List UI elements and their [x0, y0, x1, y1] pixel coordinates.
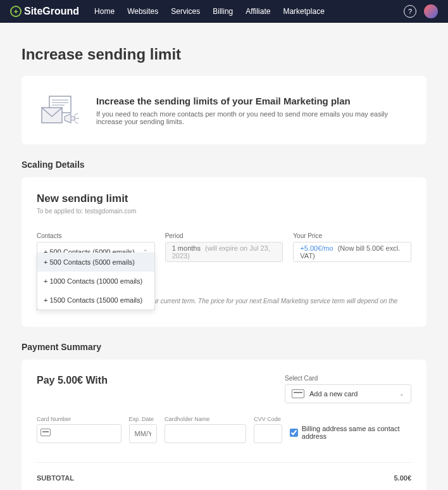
chevron-down-icon: ⌄	[399, 391, 404, 397]
svg-line-5	[75, 113, 78, 115]
cvv-input[interactable]	[254, 424, 282, 443]
brand-name: SiteGround	[24, 6, 79, 17]
subtotal-value: 5.00€	[394, 474, 411, 482]
cardholder-input[interactable]	[165, 424, 246, 443]
scaling-card: New sending limit To be applied to: test…	[22, 177, 426, 327]
price-field: +5.00€/mo (Now bill 5.00€ excl. VAT)	[293, 242, 411, 262]
select-card-value: Add a new card	[309, 390, 394, 398]
intro-heading: Increase the sending limits of your Emai…	[96, 96, 411, 106]
billing-same-checkbox[interactable]	[290, 429, 298, 437]
exp-date-label: Exp. Date	[129, 416, 158, 422]
applied-prefix: To be applied to:	[37, 208, 85, 215]
help-icon[interactable]: ?	[404, 5, 416, 18]
contacts-option-1[interactable]: + 1000 Contacts (10000 emails)	[37, 272, 154, 291]
card-number-label: Card Number	[37, 416, 121, 422]
period-value: 1 months	[172, 244, 201, 252]
nav-services[interactable]: Services	[171, 7, 200, 16]
logo-icon: ✦	[10, 6, 22, 17]
intro-card: Increase the sending limits of your Emai…	[22, 76, 426, 144]
period-field: 1 months (will expire on Jul 23, 2023)	[165, 242, 283, 262]
subtotal-label: SUBTOTAL	[37, 474, 74, 482]
payment-section-title: Payment Summary	[22, 342, 426, 352]
page-title: Increase sending limit	[22, 46, 426, 63]
billing-same-label: Billing address same as contact address	[302, 425, 411, 440]
contacts-option-0[interactable]: + 500 Contacts (5000 emails)	[37, 253, 154, 272]
nav-marketplace[interactable]: Marketplace	[283, 7, 324, 16]
nav-affiliate[interactable]: Affiliate	[246, 7, 270, 16]
contacts-option-2[interactable]: + 1500 Contacts (15000 emails)	[37, 291, 154, 310]
scaling-section-title: Scaling Details	[22, 160, 426, 170]
svg-line-7	[75, 122, 78, 123]
card-icon	[292, 389, 304, 398]
cvv-label: CVV Code	[254, 416, 282, 422]
select-card-label: Select Card	[285, 375, 411, 382]
exp-date-input[interactable]	[129, 424, 158, 443]
period-label: Period	[165, 232, 283, 239]
nav-websites[interactable]: Websites	[127, 7, 158, 16]
select-card-dropdown[interactable]: Add a new card ⌄	[285, 384, 411, 403]
applied-domain: testsgdomain.com	[85, 208, 136, 215]
nav-billing[interactable]: Billing	[213, 7, 233, 16]
contacts-label: Contacts	[37, 232, 155, 239]
email-marketing-icon	[37, 91, 81, 129]
price-label: Your Price	[293, 232, 411, 239]
pay-with-title: Pay 5.00€ With	[37, 375, 108, 386]
topbar: ✦ SiteGround Home Websites Services Bill…	[0, 0, 448, 23]
logo[interactable]: ✦ SiteGround	[10, 6, 79, 17]
intro-text: Increase the sending limits of your Emai…	[96, 96, 411, 125]
applied-to: To be applied to: testsgdomain.com	[37, 208, 411, 215]
nav-home[interactable]: Home	[94, 7, 115, 16]
cardholder-label: Cardholder Name	[165, 416, 246, 422]
avatar[interactable]	[424, 4, 438, 18]
payment-card: Pay 5.00€ With Select Card Add a new car…	[22, 360, 426, 490]
card-number-icon	[40, 429, 51, 436]
price-value: +5.00€/mo	[300, 244, 333, 252]
billing-same-checkbox-wrap[interactable]: Billing address same as contact address	[290, 425, 411, 440]
totals: SUBTOTAL 5.00€ VAT AT 0% 0.00€ TOTAL DUE…	[37, 462, 411, 490]
main-nav: Home Websites Services Billing Affiliate…	[94, 7, 325, 16]
contacts-dropdown: + 500 Contacts (5000 emails) + 1000 Cont…	[37, 253, 155, 310]
new-limit-title: New sending limit	[37, 192, 411, 205]
intro-body: If you need to reach more contacts per m…	[96, 110, 411, 125]
topbar-left: ✦ SiteGround Home Websites Services Bill…	[10, 6, 325, 17]
topbar-right: ?	[404, 4, 438, 18]
